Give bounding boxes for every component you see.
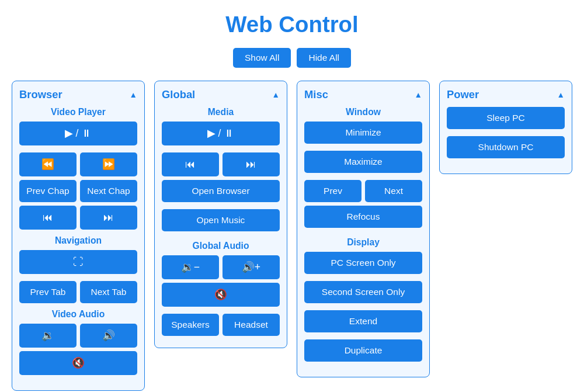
browser-panel-header: Browser ▲	[19, 88, 137, 101]
browser-fullscreen-button[interactable]: ⛶	[19, 250, 137, 274]
browser-forward-button[interactable]: ⏩	[80, 152, 137, 176]
browser-next-tab-button[interactable]: Next Tab	[80, 281, 137, 303]
browser-skip-forward-button[interactable]: ⏭	[80, 206, 137, 230]
misc-panel-title: Misc	[304, 88, 328, 101]
global-vol-down-button[interactable]: 🔉−	[162, 255, 219, 279]
power-sleep-button[interactable]: Sleep PC	[447, 107, 565, 129]
browser-rewind-button[interactable]: ⏪	[19, 152, 77, 176]
global-skip-back-button[interactable]: ⏮	[162, 152, 219, 176]
global-open-browser-button[interactable]: Open Browser	[162, 180, 280, 202]
misc-refocus-button[interactable]: Refocus	[304, 206, 422, 228]
global-audio-section-title: Global Audio	[162, 241, 280, 251]
browser-vol-down-button[interactable]: 🔉	[19, 324, 77, 348]
hide-all-button[interactable]: Hide All	[297, 48, 351, 68]
misc-prev-button[interactable]: Prev	[304, 180, 361, 202]
power-collapse-icon[interactable]: ▲	[557, 91, 565, 99]
global-collapse-icon[interactable]: ▲	[272, 91, 280, 99]
browser-next-chap-button[interactable]: Next Chap	[80, 180, 137, 202]
top-buttons: Show All Hide All	[12, 48, 572, 68]
browser-prev-chap-button[interactable]: Prev Chap	[19, 180, 77, 202]
show-all-button[interactable]: Show All	[233, 48, 291, 68]
global-panel-header: Global ▲	[162, 88, 280, 101]
misc-minimize-button[interactable]: Minimize	[304, 122, 422, 144]
video-audio-section-title: Video Audio	[19, 309, 137, 320]
browser-panel: Browser ▲ Video Player ▶ / ⏸ ⏪ ⏩ Prev Ch…	[12, 81, 145, 391]
panels-container: Browser ▲ Video Player ▶ / ⏸ ⏪ ⏩ Prev Ch…	[12, 81, 572, 391]
misc-collapse-icon[interactable]: ▲	[415, 91, 422, 99]
global-mute-button[interactable]: 🔇	[162, 283, 280, 307]
global-vol-up-button[interactable]: 🔊+	[223, 255, 280, 279]
browser-skip-back-button[interactable]: ⏮	[19, 206, 77, 230]
browser-collapse-icon[interactable]: ▲	[130, 91, 137, 99]
browser-play-pause-button[interactable]: ▶ / ⏸	[19, 122, 137, 145]
global-headset-button[interactable]: Headset	[223, 314, 280, 336]
media-section-title: Media	[162, 107, 280, 117]
misc-next-button[interactable]: Next	[365, 180, 422, 202]
display-section-title: Display	[304, 237, 422, 248]
browser-mute-button[interactable]: 🔇	[19, 351, 137, 375]
page-title: Web Control	[12, 12, 572, 37]
misc-pc-screen-only-button[interactable]: PC Screen Only	[304, 252, 422, 274]
global-speakers-button[interactable]: Speakers	[162, 314, 219, 336]
navigation-section-title: Navigation	[19, 235, 137, 246]
power-panel-title: Power	[447, 88, 479, 101]
global-panel-title: Global	[162, 88, 195, 101]
browser-panel-title: Browser	[19, 88, 62, 101]
global-skip-forward-button[interactable]: ⏭	[223, 152, 280, 176]
misc-maximize-button[interactable]: Maximize	[304, 151, 422, 173]
global-open-music-button[interactable]: Open Music	[162, 209, 280, 231]
global-panel: Global ▲ Media ▶ / ⏸ ⏮ ⏭ Open Browser Op…	[154, 81, 287, 348]
misc-duplicate-button[interactable]: Duplicate	[304, 339, 422, 362]
misc-extend-button[interactable]: Extend	[304, 310, 422, 332]
misc-second-screen-only-button[interactable]: Second Screen Only	[304, 281, 422, 303]
browser-vol-up-button[interactable]: 🔊	[80, 324, 137, 348]
power-panel: Power ▲ Sleep PC Shutdown PC	[439, 81, 572, 174]
browser-prev-tab-button[interactable]: Prev Tab	[19, 281, 77, 303]
power-shutdown-button[interactable]: Shutdown PC	[447, 136, 565, 158]
window-section-title: Window	[304, 107, 422, 117]
power-panel-header: Power ▲	[447, 88, 565, 101]
misc-panel-header: Misc ▲	[304, 88, 422, 101]
misc-panel: Misc ▲ Window Minimize Maximize Prev Nex…	[297, 81, 430, 377]
video-player-section-title: Video Player	[19, 107, 137, 117]
global-play-pause-button[interactable]: ▶ / ⏸	[162, 122, 280, 145]
